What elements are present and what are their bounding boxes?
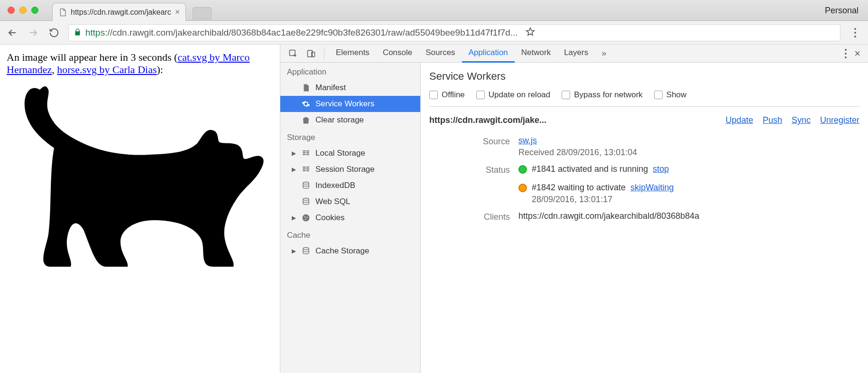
url-scheme: https <box>85 28 105 37</box>
page-content: An image will appear here in 3 seconds (… <box>0 45 280 373</box>
devtools-tab-sources[interactable]: Sources <box>419 44 462 63</box>
browser-menu-button[interactable] <box>848 28 862 37</box>
tab-close-icon[interactable]: × <box>175 7 180 17</box>
sidebar-item-service-workers[interactable]: Service Workers <box>280 96 420 112</box>
devtools-tab-console[interactable]: Console <box>376 44 419 63</box>
sidebar-item-cookies[interactable]: ▶Cookies <box>280 210 420 226</box>
divider <box>429 106 859 107</box>
url-text: https://cdn.rawgit.com/jakearchibald/803… <box>85 28 518 38</box>
new-tab-button[interactable] <box>193 7 212 19</box>
devtools-tab-network[interactable]: Network <box>515 44 557 63</box>
devtools-tabs: ElementsConsoleSourcesApplicationNetwork… <box>329 44 595 63</box>
service-workers-panel: Service Workers OfflineUpdate on reloadB… <box>421 63 868 373</box>
sidebar-item-label: Service Workers <box>315 99 374 109</box>
label-clients: Clients <box>429 211 510 222</box>
sw-action-unregister[interactable]: Unregister <box>820 115 859 125</box>
devtools-tab-layers[interactable]: Layers <box>557 44 595 63</box>
table-icon <box>301 149 311 158</box>
devtools-tab-application[interactable]: Application <box>462 44 515 63</box>
sidebar-item-web-sql[interactable]: Web SQL <box>280 194 420 210</box>
cat-image <box>7 76 273 280</box>
sidebar-item-label: Manifest <box>315 83 346 93</box>
status-dot-orange-icon <box>518 184 527 192</box>
toggle-device-icon[interactable] <box>303 46 319 62</box>
cookie-icon <box>301 213 311 223</box>
window-minimize-button[interactable] <box>19 7 27 14</box>
panel-title: Service Workers <box>429 70 859 83</box>
svg-point-21 <box>303 248 309 250</box>
tab-strip: https://cdn.rawgit.com/jakearc × Persona… <box>0 0 868 21</box>
db-icon <box>301 246 311 256</box>
sw-actions: UpdatePushSyncUnregister <box>726 115 859 125</box>
browser-tab[interactable]: https://cdn.rawgit.com/jakearc × <box>52 3 186 21</box>
browser-toolbar: https://cdn.rawgit.com/jakearchibald/803… <box>0 21 868 45</box>
svg-rect-3 <box>303 150 305 151</box>
bookmark-star-icon[interactable] <box>526 27 535 38</box>
svg-rect-9 <box>303 167 305 168</box>
forward-button[interactable] <box>27 26 40 39</box>
address-bar[interactable]: https://cdn.rawgit.com/jakearchibald/803… <box>68 24 840 41</box>
devtools-tab-elements[interactable]: Elements <box>329 44 376 63</box>
checkbox-update-on-reload[interactable]: Update on reload <box>476 90 550 100</box>
reload-button[interactable] <box>47 26 61 39</box>
sidebar-item-label: Local Storage <box>315 149 365 158</box>
checkbox-show[interactable]: Show <box>654 90 687 100</box>
svg-point-16 <box>303 198 309 201</box>
checkbox-box-icon <box>476 91 485 99</box>
window-zoom-button[interactable] <box>31 7 38 14</box>
devtools-close-icon[interactable]: × <box>854 48 860 59</box>
sw-options-row: OfflineUpdate on reloadBypass for networ… <box>429 90 859 100</box>
source-link[interactable]: sw.js <box>518 136 537 145</box>
sw-details-grid: Source sw.js Received 28/09/2016, 13:01:… <box>429 136 859 222</box>
sidebar-item-indexeddb[interactable]: IndexedDB <box>280 177 420 194</box>
db-icon <box>301 181 311 190</box>
sidebar-item-manifest[interactable]: Manifest <box>280 80 420 96</box>
profile-label[interactable]: Personal <box>825 6 859 16</box>
sw-origin: https://cdn.rawgit.com/jake... <box>429 115 715 125</box>
checkbox-offline[interactable]: Offline <box>429 90 465 100</box>
checkbox-label: Bypass for network <box>574 90 643 100</box>
devtools-menu-button[interactable] <box>845 49 847 58</box>
sidebar-item-clear-storage[interactable]: Clear storage <box>280 112 420 128</box>
sidebar-item-cache-storage[interactable]: ▶Cache Storage <box>280 243 420 259</box>
status-stop-link[interactable]: stop <box>653 164 669 174</box>
status-skipwaiting-link[interactable]: skipWaiting <box>630 183 674 193</box>
window-close-button[interactable] <box>8 7 15 14</box>
link-horse-svg[interactable]: horse.svg by Carla Dias <box>57 64 157 75</box>
manifest-icon <box>301 83 311 93</box>
label-status: Status <box>429 164 510 205</box>
file-icon <box>58 7 67 18</box>
sidebar-group-storage: Storage <box>280 128 420 145</box>
sidebar-item-label: Session Storage <box>315 165 375 174</box>
svg-rect-8 <box>306 154 309 155</box>
devtools: ElementsConsoleSourcesApplicationNetwork… <box>280 45 868 373</box>
val-source: sw.js Received 28/09/2016, 13:01:04 <box>518 136 859 158</box>
svg-rect-7 <box>303 154 305 155</box>
sw-action-push[interactable]: Push <box>763 115 782 125</box>
db-icon <box>301 197 311 206</box>
svg-point-19 <box>306 217 307 218</box>
status-row-waiting: #1842 waiting to activate skipWaiting <box>518 183 859 193</box>
devtools-toolbar: ElementsConsoleSourcesApplicationNetwork… <box>280 45 868 63</box>
sidebar-item-local-storage[interactable]: ▶Local Storage <box>280 145 420 161</box>
application-sidebar: ApplicationManifestService WorkersClear … <box>280 63 421 373</box>
svg-point-17 <box>303 214 310 222</box>
browser-tab-title: https://cdn.rawgit.com/jakearc <box>71 8 171 17</box>
inspect-element-icon[interactable] <box>285 46 301 62</box>
checkbox-box-icon <box>562 91 570 99</box>
checkbox-box-icon <box>654 91 663 99</box>
label-source: Source <box>429 136 510 158</box>
url-rest: ://cdn.rawgit.com/jakearchibald/80368b84… <box>105 28 517 37</box>
status-row-active: #1841 activated and is running stop <box>518 164 859 174</box>
back-button[interactable] <box>6 26 19 39</box>
sidebar-item-session-storage[interactable]: ▶Session Storage <box>280 161 420 177</box>
content-split: An image will appear here in 3 seconds (… <box>0 45 868 373</box>
sidebar-item-label: Clear storage <box>315 115 364 125</box>
checkbox-bypass-for-network[interactable]: Bypass for network <box>562 90 643 100</box>
status-waiting-ts: 28/09/2016, 13:01:17 <box>532 195 859 205</box>
sw-action-update[interactable]: Update <box>726 115 753 125</box>
checkbox-label: Show <box>666 90 687 100</box>
tabs-overflow-icon[interactable]: » <box>597 45 611 62</box>
source-received: Received 28/09/2016, 13:01:04 <box>518 148 859 158</box>
sw-action-sync[interactable]: Sync <box>792 115 811 125</box>
